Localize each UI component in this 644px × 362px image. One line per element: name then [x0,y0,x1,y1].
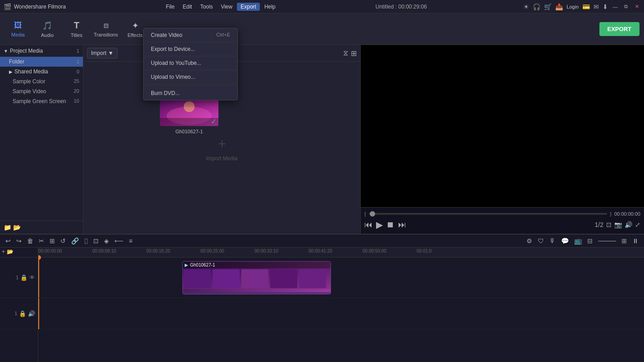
toolbar-transitions[interactable]: ⧇ Transitions [92,16,119,42]
login-btn[interactable]: Login [567,4,579,9]
download-icon[interactable]: 📥 [555,3,563,10]
sample-video-item[interactable]: Sample Video 20 [0,86,83,96]
ai-tools-btn[interactable]: 🛡 [536,236,546,245]
delete-btn[interactable]: 🗑 [25,236,35,245]
snapshot-btn[interactable]: ⊡ [91,236,100,245]
stop-button[interactable]: ⏹ [386,220,395,230]
lightbulb-icon[interactable]: ☀ [523,3,529,10]
menu-tools[interactable]: Tools [196,3,216,11]
delete-item-icon[interactable]: 📂 [13,224,21,231]
project-media-header[interactable]: ▼ Project Media 1 [0,45,83,57]
zoom-slider[interactable]: ──── [596,236,618,245]
close-button[interactable]: ✕ [633,3,640,10]
pause-timeline-btn[interactable]: ⏸ [630,236,640,245]
filter-icon[interactable]: ⧖ [343,49,348,57]
fullscreen-icon[interactable]: ⤢ [635,221,640,228]
audio-icon: 🎵 [42,21,52,31]
split-btn[interactable]: ✂ [37,236,46,245]
mail-icon[interactable]: ✉ [594,3,599,10]
menu-view[interactable]: View [217,3,236,11]
burn-dvd[interactable]: Burn DVD... [144,86,237,100]
scrubber-handle[interactable] [370,211,375,217]
preview-panel: { } 00:00:00:00 ⏮ ▶ ⏹ ⏭ 1/2 ⊡ 📷 🔊 ⤢ [360,45,644,234]
undo-btn[interactable]: ↩ [4,236,13,245]
settings-timeline-btn[interactable]: ⚙ [525,236,534,245]
import-media-placeholder[interactable]: ＋ Import Media [206,134,237,162]
sample-green-screen-item[interactable]: Sample Green Screen 10 [0,96,83,106]
card-icon[interactable]: 💳 [582,3,590,10]
toolbar-audio[interactable]: 🎵 Audio [34,16,61,42]
lock-track-icon[interactable]: 🔒 [20,274,27,281]
video-track-label: 1 🔒 👁 [0,258,38,298]
audio-track-number: 1 [14,311,17,316]
ruler-mark-2: 00:00:16:20 [146,249,170,253]
add-track-icon[interactable]: + [2,249,5,255]
play-button[interactable]: ▶ [376,219,383,230]
audio-adj-btn[interactable]: ≡ [127,236,134,245]
titlebar: 🎬 Wondershare Filmora File Edit Tools Vi… [0,0,644,14]
link-btn[interactable]: 🔗 [69,236,81,245]
export-to-device[interactable]: Export to Device... [144,42,237,56]
scrubber-bracket-left[interactable]: { [364,211,366,217]
subtitle-btn[interactable]: 💬 [559,236,571,245]
preview-controls: { } 00:00:00:00 ⏮ ▶ ⏹ ⏭ 1/2 ⊡ 📷 🔊 ⤢ [361,207,644,234]
upload-vimeo[interactable]: Upload to Vimeo... [144,70,237,84]
playhead[interactable] [38,258,39,298]
cart-icon[interactable]: 🛒 [544,3,552,10]
zoom-in-btn[interactable]: ⊞ [620,236,629,245]
update-icon[interactable]: ⬇ [603,3,608,10]
toolbar-titles[interactable]: T Titles [63,16,90,42]
eye-track-icon[interactable]: 👁 [29,274,35,281]
freeze-frame-btn[interactable]: ◈ [102,236,111,245]
rotate-btn[interactable]: ↺ [59,236,68,245]
menu-export[interactable]: Export [237,3,260,11]
screenshot-icon[interactable]: 📷 [614,221,622,228]
upload-youtube-label: Upload to YouTube... [151,60,201,66]
new-folder-icon[interactable]: 📁 [4,224,11,231]
timeline-toolbar: ↩ ↪ 🗑 ✂ ⊞ ↺ 🔗 ⌷ ⊡ ◈ ⟵ ≡ ⚙ 🛡 🎙 💬 📺 ⊟ ────… [0,235,644,248]
maximize-button[interactable]: ⧉ [622,3,630,10]
volume-audio-icon[interactable]: 🔊 [28,310,35,317]
grid-view-icon[interactable]: ⊞ [351,49,357,58]
video-clip-gh010627[interactable]: ▶ Gh010627-1 [182,261,331,294]
shared-media-item[interactable]: ▶ Shared Media 0 [0,67,83,77]
redo-btn[interactable]: ↪ [14,236,23,245]
screen-record-btn[interactable]: 📺 [572,236,584,245]
preview-screen [361,45,644,207]
prev-skip-btn[interactable]: ⏮ [364,220,372,230]
titlebar-right: ☀ 🎧 🛒 📥 Login 💳 ✉ ⬇ — ⧉ ✕ [523,3,640,10]
toolbar-media[interactable]: 🖼 Media [5,16,32,42]
titles-label: Titles [71,32,82,38]
sample-color-item[interactable]: Sample Color 25 [0,77,83,86]
minimize-button[interactable]: — [612,3,619,10]
export-create-video[interactable]: Create Video Ctrl+E [144,28,237,42]
crop-timeline-btn[interactable]: ⊞ [48,236,57,245]
folder-item[interactable]: Folder 1 [0,57,83,67]
voice-btn[interactable]: 🎙 [548,236,558,245]
menu-file[interactable]: File [162,3,178,11]
crop-icon[interactable]: ⊡ [606,221,612,228]
import-dropdown[interactable]: Import ▼ [87,48,118,59]
zoom-out-btn[interactable]: ⊟ [585,236,594,245]
upload-youtube[interactable]: Upload to YouTube... [144,56,237,70]
export-button[interactable]: EXPORT [599,22,639,36]
track-labels: + 📂 1 🔒 👁 1 🔒 🔊 [0,248,38,362]
next-skip-btn[interactable]: ⏭ [398,220,406,230]
menu-edit[interactable]: Edit [179,3,196,11]
video-track-number: 1 [16,275,18,280]
scrubber-bracket-right[interactable]: } [610,211,612,217]
toolbar: 🖼 Media 🎵 Audio T Titles ⧇ Transitions ✦… [0,14,644,45]
media-item-label: Gh010627-1 [160,129,218,134]
volume-icon[interactable]: 🔊 [625,221,632,228]
lock-audio-icon[interactable]: 🔒 [19,310,26,317]
speed-selector[interactable]: 1/2 [595,221,603,228]
menu-help[interactable]: Help [261,3,279,11]
transition-btn[interactable]: ⟵ [113,236,125,245]
track-options-icon[interactable]: 📂 [7,249,14,255]
nested-clip-btn[interactable]: ⌷ [82,236,90,245]
waveform [185,293,329,294]
import-dropdown-arrow: ▼ [108,50,113,56]
headphone-icon[interactable]: 🎧 [533,3,540,10]
titles-icon: T [74,20,79,31]
scrubber-bar[interactable] [369,213,608,215]
